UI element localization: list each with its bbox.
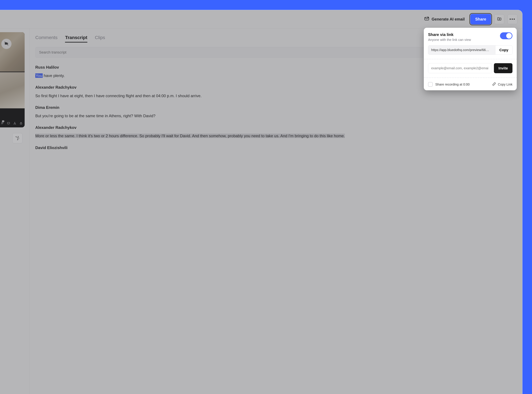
share-popover-title: Share via link	[428, 32, 471, 37]
generate-ai-email-label: Generate AI email	[432, 17, 465, 21]
transcript-line[interactable]: So first flight I have at eight, then I …	[35, 93, 514, 99]
hubspot-icon	[15, 136, 20, 141]
divider	[424, 59, 517, 59]
svg-point-5	[15, 122, 15, 123]
invite-button[interactable]: Invite	[494, 63, 512, 73]
share-at-timestamp-checkbox[interactable]	[428, 82, 433, 87]
share-popover: Share via link Anyone with the link can …	[424, 28, 517, 90]
tab-transcript[interactable]: Transcript	[65, 35, 87, 42]
divider	[424, 78, 517, 78]
share-button[interactable]: Share	[470, 14, 491, 25]
speaker-name: Dima Eremin	[35, 104, 514, 110]
svg-point-3	[3, 123, 3, 123]
link-sharing-toggle[interactable]	[500, 32, 512, 39]
search-highlight: You	[35, 73, 43, 78]
share-link-field[interactable]: https://app.bluedothq.com/preview/66…	[428, 45, 495, 55]
hubspot-button[interactable]	[12, 133, 22, 143]
invite-email-input[interactable]	[428, 63, 492, 73]
svg-rect-8	[20, 123, 22, 124]
speaker-name: David Eliozishvili	[35, 145, 514, 151]
lock-icon[interactable]	[19, 122, 23, 125]
camera-off-badge	[1, 39, 11, 49]
network-icon[interactable]	[13, 122, 16, 125]
participants-icon[interactable]: 4	[1, 122, 4, 125]
move-to-folder-button[interactable]	[494, 14, 504, 24]
camera-off-icon	[4, 41, 9, 46]
copy-link-secondary-label: Copy Link	[498, 83, 512, 86]
chat-icon[interactable]	[7, 122, 10, 125]
speaker-name: Alexander Radchykov	[35, 124, 514, 130]
transcript-line[interactable]: More or less the same. I think it's two …	[35, 133, 514, 139]
copy-link-button[interactable]: Copy	[495, 45, 512, 55]
generate-ai-email-button[interactable]: Generate AI email	[422, 15, 467, 24]
mail-plus-icon	[424, 16, 429, 22]
app-shell: Generate AI email Share •••	[0, 10, 522, 394]
selection-highlight: More or less the same. I think it's two …	[35, 134, 345, 138]
video-footer: ◉ 4	[0, 119, 25, 127]
more-actions-button[interactable]: •••	[507, 14, 517, 24]
share-popover-subtitle: Anyone with the link can view	[428, 38, 471, 42]
folder-plus-icon	[497, 17, 502, 22]
more-horizontal-icon: •••	[510, 17, 515, 22]
toolbar: Generate AI email Share •••	[0, 10, 522, 28]
tab-comments[interactable]: Comments	[35, 35, 57, 42]
video-tile	[0, 72, 25, 108]
svg-rect-4	[7, 122, 10, 124]
link-icon	[492, 82, 496, 87]
share-button-label: Share	[475, 17, 486, 21]
svg-point-2	[2, 122, 2, 123]
share-at-timestamp-label: Share recording at 0:00	[435, 83, 469, 86]
video-panel: ◉ 4	[0, 32, 25, 127]
copy-link-secondary-button[interactable]: Copy Link	[492, 82, 512, 87]
transcript-line[interactable]: But you're going to be at the same time …	[35, 113, 514, 119]
participants-count-badge: 4	[2, 120, 4, 122]
tab-clips[interactable]: Clips	[95, 35, 105, 42]
video-tile	[0, 32, 25, 72]
